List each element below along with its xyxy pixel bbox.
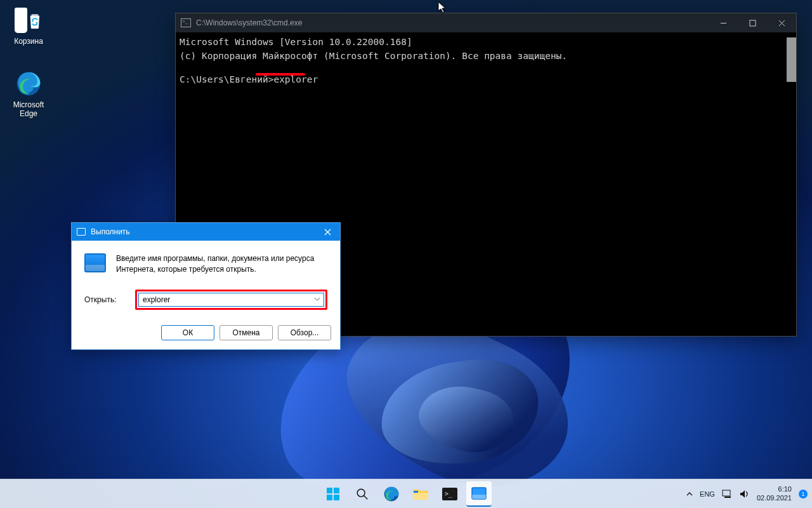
maximize-button[interactable] (738, 13, 767, 32)
cmd-title-text: C:\Windows\system32\cmd.exe (196, 18, 302, 27)
taskbar-run-button[interactable] (466, 481, 492, 507)
svg-rect-16 (414, 491, 418, 493)
close-button[interactable] (767, 13, 796, 32)
minimize-button[interactable] (709, 13, 738, 32)
run-open-input[interactable] (138, 293, 324, 307)
run-program-icon (84, 253, 106, 272)
run-close-button[interactable] (315, 223, 340, 241)
annotation-underline (256, 73, 305, 76)
taskbar[interactable]: >_ ENG 6:10 02.09.2021 1 (0, 479, 812, 508)
mouse-cursor (438, 1, 448, 14)
svg-rect-3 (750, 20, 756, 26)
svg-text:>_: >_ (445, 490, 453, 498)
svg-rect-10 (327, 495, 332, 500)
svg-rect-0 (32, 14, 39, 15)
taskbar-search-button[interactable] (350, 481, 375, 507)
recycle-bin-icon (15, 6, 43, 34)
svg-rect-21 (723, 490, 730, 496)
browse-button[interactable]: Обзор... (278, 325, 331, 340)
taskbar-cmd-button[interactable]: >_ (437, 481, 462, 507)
cancel-button[interactable]: Отмена (219, 325, 273, 340)
recycle-bin-label: Корзина (4, 37, 53, 46)
tray-clock[interactable]: 6:10 02.09.2021 (757, 485, 792, 503)
cmd-scrollbar[interactable] (787, 37, 796, 82)
cmd-titlebar[interactable]: C:\Windows\system32\cmd.exe (176, 13, 796, 32)
run-instruction-text: Введите имя программы, папки, документа … (116, 253, 327, 276)
ok-button[interactable]: ОК (161, 325, 214, 340)
cmd-output-line2: (c) Корпорация Майкрософт (Microsoft Cor… (180, 49, 792, 63)
volume-icon[interactable] (739, 489, 750, 499)
svg-rect-15 (413, 493, 428, 500)
tray-time: 6:10 (757, 485, 792, 494)
svg-rect-20 (472, 495, 486, 499)
svg-point-12 (357, 489, 365, 497)
run-dialog[interactable]: Выполнить Введите имя программы, папки, … (71, 222, 341, 350)
run-open-label: Открыть: (84, 295, 128, 304)
taskbar-explorer-button[interactable] (408, 481, 433, 507)
svg-rect-8 (327, 488, 332, 493)
edge-label: Microsoft Edge (4, 100, 53, 118)
network-icon[interactable] (721, 489, 733, 499)
edge-icon (15, 70, 43, 98)
cmd-output-line1: Microsoft Windows [Version 10.0.22000.16… (180, 35, 792, 49)
tray-language[interactable]: ENG (700, 490, 715, 498)
cmd-titlebar-icon (181, 18, 191, 27)
svg-rect-11 (334, 495, 339, 500)
start-button[interactable] (320, 481, 346, 507)
notifications-icon[interactable]: 1 (798, 489, 808, 499)
taskbar-edge-button[interactable] (379, 481, 404, 507)
desktop-icon-recycle-bin[interactable]: Корзина (4, 6, 53, 46)
run-titlebar-icon (77, 228, 86, 236)
run-titlebar[interactable]: Выполнить (72, 223, 340, 241)
tray-overflow-chevron-icon[interactable] (686, 490, 693, 498)
tray-date: 02.09.2021 (757, 494, 792, 503)
run-title-text: Выполнить (91, 227, 130, 236)
annotation-highlight-box (135, 290, 327, 310)
svg-text:1: 1 (801, 491, 804, 497)
svg-line-13 (364, 495, 368, 499)
desktop-icon-edge[interactable]: Microsoft Edge (4, 70, 53, 118)
svg-rect-22 (724, 497, 731, 498)
svg-rect-9 (334, 488, 339, 493)
